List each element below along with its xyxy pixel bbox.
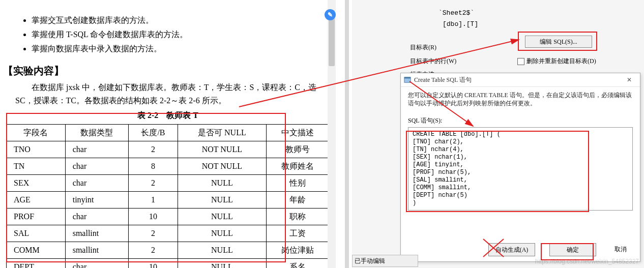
dialog-hint: 您可以自定义默认的 CREATE TABLE 语句。但是，在自定义该语句后，必须… [401, 87, 640, 107]
drop-recreate-checkbox[interactable]: 删除并重新创建目标表(D) [517, 57, 596, 66]
close-icon[interactable]: ✕ [622, 75, 637, 85]
table-row: TNOchar2NOT NULL教师号 [7, 141, 330, 158]
dialog-icon [404, 76, 411, 83]
import-wizard-pane: `Sheet2$` [dbo].[T] 编辑 SQL(S)... 目标表(R) … [352, 0, 644, 268]
table-cell: DEPT [7, 259, 66, 269]
bullet-list: 掌握交互式创建数据库表的方法。 掌握使用 T-SQL 命令创建数据库表的方法。 … [0, 8, 336, 56]
table-cell: char [65, 175, 128, 192]
dest-table-field-label: 目标表(R) [410, 43, 436, 52]
status-edited-label: 已手动编辑 [352, 255, 418, 267]
table-cell: 2 [128, 175, 178, 192]
table-cell: 1 [128, 192, 178, 209]
table-cell: 教师姓名 [266, 158, 329, 175]
table-cell: NULL [178, 209, 266, 225]
checkbox-icon [517, 58, 524, 65]
table-cell: 性别 [266, 175, 329, 192]
table-cell: 2 [128, 225, 178, 242]
table-cell: SEX [7, 175, 66, 192]
table-cell: 10 [128, 259, 178, 269]
watermark: https://blog.csdn.net/weixin_54852327 [535, 258, 639, 265]
table-cell: TNO [7, 141, 66, 158]
dest-table-label: [dbo].[T] [443, 20, 478, 28]
table-cell: 职称 [266, 209, 329, 225]
col-header: 是否可 NULL [178, 125, 266, 141]
section-heading: 【实验内容】 [3, 64, 336, 78]
scrollbar[interactable] [328, 0, 336, 268]
create-table-sql-dialog: Create Table SQL 语句 ✕ 您可以自定义默认的 CREATE T… [400, 73, 640, 262]
table-cell: 教师号 [266, 141, 329, 158]
table-cell: NULL [178, 225, 266, 242]
table-row: TNchar8NOT NULL教师姓名 [7, 158, 330, 175]
table-cell: 2 [128, 141, 178, 158]
pane-divider [345, 0, 349, 268]
table-cell: char [65, 141, 128, 158]
table-cell: 年龄 [266, 192, 329, 209]
table-cell: NULL [178, 175, 266, 192]
drop-recreate-label: 删除并重新创建目标表(D) [526, 57, 596, 65]
table-cell: smallint [65, 242, 128, 259]
table-row: SEXchar2NULL性别 [7, 175, 330, 192]
edit-sql-button-label: 编辑 SQL(S)... [540, 38, 577, 46]
table-cell: char [65, 158, 128, 175]
table-row: COMMsmallint2NULL岗位津贴 [7, 242, 330, 259]
autogenerate-button-label: 自动生成(A) [495, 246, 529, 254]
col-header: 中文描述 [266, 125, 329, 141]
bullet-item: 掌握交互式创建数据库表的方法。 [32, 13, 336, 27]
col-header: 长度/B [128, 125, 178, 141]
table-cell: smallint [65, 225, 128, 242]
table-cell: NOT NULL [178, 141, 266, 158]
table-cell: 8 [128, 158, 178, 175]
bullet-item: 掌握向数据库表中录入数据的方法。 [32, 42, 336, 56]
cancel-button[interactable]: 取消 [610, 243, 631, 255]
cancel-button-label: 取消 [614, 245, 627, 254]
table-cell: NULL [178, 259, 266, 269]
svg-rect-1 [404, 77, 411, 79]
table-cell: tinyint [65, 192, 128, 209]
table-cell: 工资 [266, 225, 329, 242]
table-cell: TN [7, 158, 66, 175]
table-cell: SAL [7, 225, 66, 242]
document-pane: 掌握交互式创建数据库表的方法。 掌握使用 T-SQL 命令创建数据库表的方法。 … [0, 0, 336, 268]
table-row: AGEtinyint1NULL年龄 [7, 192, 330, 209]
source-sheet-label: `Sheet2$` [438, 9, 474, 17]
floating-badge-icon[interactable]: ✎ [325, 9, 336, 20]
table-title: 表 2-2 教师表 T [0, 110, 336, 121]
paragraph: 在数据库 jxsk 中，创建如下数据库表。教师表：T，学生表：S，课程表：C，选… [0, 81, 336, 107]
table-cell: PROF [7, 209, 66, 225]
table-row: DEPTchar10NULL系名 [7, 259, 330, 269]
table-cell: NOT NULL [178, 158, 266, 175]
table-row: SALsmallint2NULL工资 [7, 225, 330, 242]
ok-button[interactable]: 确定 [549, 243, 596, 256]
table-cell: NULL [178, 192, 266, 209]
bullet-item: 掌握使用 T-SQL 命令创建数据库表的方法。 [32, 27, 336, 42]
table-cell: char [65, 209, 128, 225]
ok-button-label: 确定 [567, 246, 579, 254]
table-cell: NULL [178, 242, 266, 259]
table-cell: 10 [128, 209, 178, 225]
edit-sql-button[interactable]: 编辑 SQL(S)... [525, 36, 592, 48]
table-cell: char [65, 259, 128, 269]
col-header: 字段名 [7, 125, 66, 141]
table-cell: AGE [7, 192, 66, 209]
table-cell: 岗位津贴 [266, 242, 329, 259]
table-row: PROFchar10NULL职称 [7, 209, 330, 225]
dialog-title: Create Table SQL 语句 [414, 76, 472, 84]
schema-table: 字段名 数据类型 长度/B 是否可 NULL 中文描述 TNOchar2NOT … [6, 124, 330, 268]
sql-field-label: SQL 语句(S): [401, 107, 640, 126]
autogenerate-button[interactable]: 自动生成(A) [488, 243, 535, 256]
table-cell: COMM [7, 242, 66, 259]
rows-field-label: 目标表中的行(W) [410, 57, 456, 66]
col-header: 数据类型 [65, 125, 128, 141]
table-cell: 2 [128, 242, 178, 259]
table-cell: 系名 [266, 259, 329, 269]
sql-textarea[interactable]: CREATE TABLE [dbo].[T] ( [TNO] char(2), … [408, 127, 633, 211]
dialog-titlebar[interactable]: Create Table SQL 语句 ✕ [401, 73, 640, 87]
